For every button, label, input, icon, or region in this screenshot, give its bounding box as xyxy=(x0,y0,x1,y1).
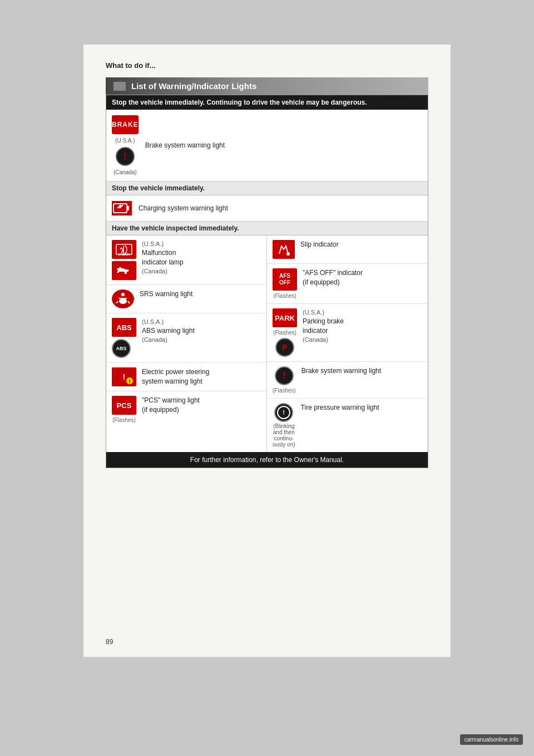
header-icon xyxy=(113,82,126,91)
inspect-row: Have the vehicle inspected immediately. xyxy=(106,222,428,235)
malfunction-row: CHECK (U.S.A.) Malfunction indicator lam… xyxy=(106,235,266,285)
pcs-row: PCS (Flashes) "PCS" warning light (if eq… xyxy=(106,391,266,428)
charging-description: Charging system warning light xyxy=(139,204,228,213)
right-column: Slip indicator AFSOFF (Flashes) "AFS OFF… xyxy=(267,235,428,452)
danger-row: Stop the vehicle immediately. Continuing… xyxy=(106,95,428,110)
check-badge: CHECK xyxy=(112,240,136,259)
svg-rect-1 xyxy=(127,206,129,210)
inspect-text: Have the vehicle inspected immediately. xyxy=(112,224,239,232)
srs-label: SRS warning light xyxy=(140,289,192,299)
svg-text:!: ! xyxy=(123,372,126,381)
charging-block: Charging system warning light xyxy=(106,195,428,222)
brake-warn-icon: ! xyxy=(275,366,294,385)
charging-icon xyxy=(112,201,132,215)
page-number: 89 xyxy=(106,638,113,646)
srs-icon xyxy=(112,289,134,308)
brake-description: Brake system warning light xyxy=(145,141,225,150)
brake-canada-icon: ! xyxy=(116,147,135,166)
tire-icon: ! xyxy=(274,403,293,422)
abs-circle-badge: ABS xyxy=(112,339,131,358)
abs-badge: ABS xyxy=(112,318,136,337)
stop-text: Stop the vehicle immediately. xyxy=(112,184,205,192)
afs-row: AFSOFF (Flashes) "AFS OFF" indicator (if… xyxy=(267,264,428,304)
warning-table: Stop the vehicle immediately. Continuing… xyxy=(106,95,428,468)
left-column: CHECK (U.S.A.) Malfunction indicator lam… xyxy=(106,235,267,452)
svg-text:!: ! xyxy=(129,379,131,384)
footer-text: For further information, refer to the Ow… xyxy=(190,456,344,464)
svg-text:!: ! xyxy=(283,409,285,416)
eps-row: ! ! Electric power steering system warni… xyxy=(106,363,266,391)
pcs-badge: PCS xyxy=(112,396,136,415)
page-container: What to do if... List of Warning/Indicat… xyxy=(83,45,451,657)
malfunction-label: (U.S.A.) Malfunction indicator lamp (Can… xyxy=(142,240,184,276)
brake-warn-label: Brake system warning light xyxy=(301,366,381,376)
svg-point-18 xyxy=(286,252,290,256)
brake-canada-label: (Canada) xyxy=(113,169,137,175)
stop-row: Stop the vehicle immediately. xyxy=(106,181,428,195)
pcs-label: "PCS" warning light (if equipped) xyxy=(142,396,200,415)
park-circle: P xyxy=(275,338,294,357)
park-row: PARK (Flashes) P (U.S.A.) Parking brake … xyxy=(267,304,428,362)
header-title: List of Warning/Indicator Lights xyxy=(131,81,256,91)
svg-point-8 xyxy=(121,293,125,296)
svg-point-9 xyxy=(119,298,127,304)
slip-icon xyxy=(273,240,295,259)
brake-warn-row: ! (Flashes) Brake system warning light xyxy=(267,362,428,399)
park-badge: PARK xyxy=(273,308,297,327)
park-label: (U.S.A.) Parking brake indicator (Canada… xyxy=(303,308,344,344)
brake-usa-label: (U.S.A.) xyxy=(115,138,135,144)
eps-icon: ! ! xyxy=(112,367,136,386)
brake-block: BRAKE (U.S.A.) ! (Canada) Brake system w… xyxy=(106,110,428,181)
list-header: List of Warning/Indicator Lights xyxy=(106,77,428,95)
tire-row: ! (Blinking and then continu- ously on) … xyxy=(267,399,428,452)
abs-label: (U.S.A.) ABS warning light (Canada) xyxy=(142,318,195,345)
srs-row: SRS warning light xyxy=(106,285,266,313)
slip-row: Slip indicator xyxy=(267,235,428,264)
section-title: What to do if... xyxy=(106,61,428,70)
danger-text: Stop the vehicle immediately. Continuing… xyxy=(112,99,367,106)
svg-rect-10 xyxy=(119,298,127,299)
abs-row: ABS ABS (U.S.A.) ABS warning light (Cana… xyxy=(106,313,266,363)
svg-text:CHECK: CHECK xyxy=(118,253,130,256)
footer-bar: For further information, refer to the Ow… xyxy=(106,452,428,468)
afs-label: "AFS OFF" indicator (if equipped) xyxy=(303,268,363,287)
carmanuals-logo: carmanualsonline.info xyxy=(460,734,523,745)
eps-label: Electric power steering system warning l… xyxy=(142,367,209,386)
check-engine-icon xyxy=(112,261,136,280)
two-col-section: CHECK (U.S.A.) Malfunction indicator lam… xyxy=(106,235,428,452)
tire-label: Tire pressure warning light xyxy=(301,403,379,413)
slip-label: Slip indicator xyxy=(300,240,339,249)
afs-badge: AFSOFF xyxy=(273,268,297,291)
brake-badge: BRAKE xyxy=(112,115,139,134)
